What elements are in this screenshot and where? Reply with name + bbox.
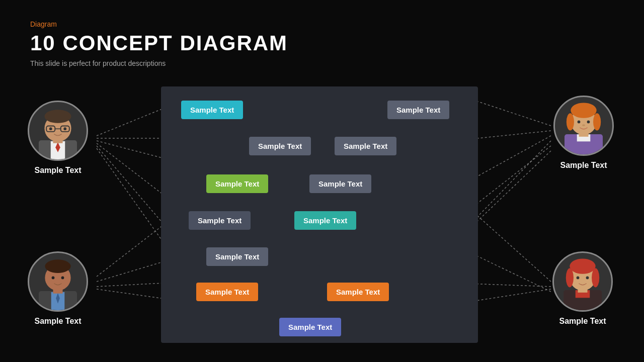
diagram-label-b1: Sample Text — [181, 101, 243, 119]
svg-point-36 — [567, 113, 574, 130]
avatar-bottom-right-label: Sample Text — [559, 317, 606, 326]
avatar-top-right-label: Sample Text — [560, 161, 607, 170]
avatar-circle-bottom-left — [28, 251, 88, 312]
svg-point-29 — [49, 127, 52, 130]
svg-point-46 — [45, 259, 70, 273]
avatar-top-left: Sample Text — [28, 101, 88, 175]
svg-point-37 — [593, 113, 601, 130]
diagram-label-b11: Sample Text — [327, 283, 389, 301]
avatar-circle-top-left — [28, 101, 88, 161]
diagram-label-b6: Sample Text — [309, 174, 371, 193]
svg-point-55 — [592, 268, 599, 287]
page-subtitle: This slide is perfect for product descri… — [30, 59, 288, 67]
svg-line-16 — [478, 216, 551, 282]
svg-point-56 — [577, 277, 580, 280]
diagram-label-b9: Sample Text — [206, 247, 268, 266]
svg-point-54 — [566, 268, 574, 287]
avatar-top-left-label: Sample Text — [34, 166, 81, 175]
svg-point-35 — [571, 103, 596, 118]
avatar-top-right: Sample Text — [553, 96, 614, 170]
avatar-circle-bottom-right — [552, 251, 613, 312]
svg-point-53 — [570, 258, 595, 274]
avatar-bottom-left: Sample Text — [28, 251, 88, 326]
svg-point-38 — [578, 121, 581, 124]
diagram-label-b7: Sample Text — [189, 211, 251, 230]
svg-point-48 — [61, 277, 64, 280]
svg-point-40 — [582, 124, 585, 126]
avatar-circle-top-right — [553, 96, 614, 156]
svg-line-9 — [478, 141, 551, 216]
svg-line-7 — [478, 131, 551, 138]
page-header: Diagram 10 CONCEPT DIAGRAM This slide is… — [30, 20, 288, 67]
diagram-label-b4: Sample Text — [335, 137, 396, 155]
page-label: Diagram — [30, 20, 288, 28]
page-title: 10 CONCEPT DIAGRAM — [30, 31, 288, 55]
svg-point-47 — [52, 277, 55, 280]
diagram-label-b3: Sample Text — [249, 137, 311, 155]
svg-line-8 — [478, 136, 551, 176]
svg-point-30 — [63, 127, 66, 130]
avatar-bottom-left-label: Sample Text — [34, 317, 81, 326]
diagram-label-b8: Sample Text — [294, 211, 356, 230]
svg-point-57 — [586, 277, 589, 280]
svg-point-25 — [44, 110, 71, 123]
diagram-box: Sample TextSample TextSample TextSample … — [161, 86, 478, 343]
diagram-label-b10: Sample Text — [196, 283, 258, 301]
svg-line-6 — [478, 102, 551, 126]
svg-point-39 — [587, 121, 590, 124]
diagram-label-b2: Sample Text — [387, 101, 449, 119]
diagram-label-b5: Sample Text — [206, 174, 268, 193]
svg-line-19 — [478, 256, 551, 292]
diagram-label-b12: Sample Text — [279, 318, 341, 336]
avatar-bottom-right: Sample Text — [552, 251, 613, 326]
